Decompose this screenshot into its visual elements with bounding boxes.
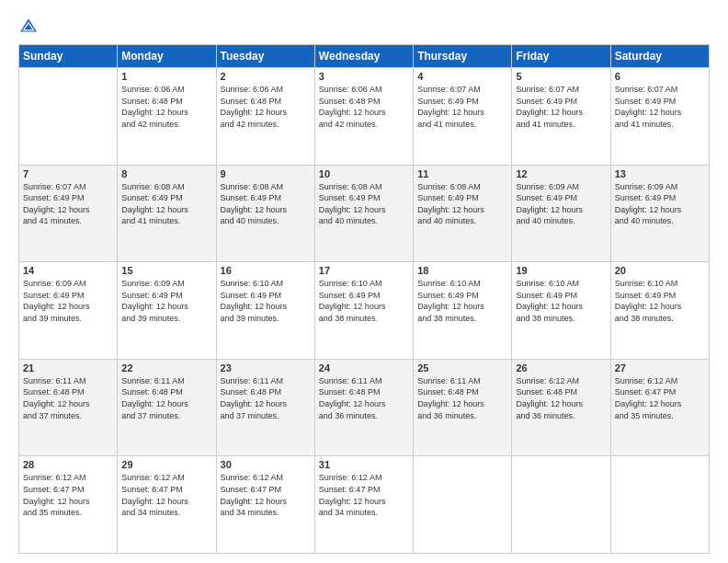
day-number: 29	[121, 459, 211, 470]
calendar-cell: 28Sunrise: 6:12 AM Sunset: 6:47 PM Dayli…	[19, 456, 118, 554]
logo-icon	[18, 17, 39, 37]
calendar-cell: 6Sunrise: 6:07 AM Sunset: 6:49 PM Daylig…	[610, 68, 709, 166]
calendar-cell: 23Sunrise: 6:11 AM Sunset: 6:48 PM Dayli…	[216, 359, 314, 456]
weekday-header-saturday: Saturday	[610, 45, 709, 68]
day-info: Sunrise: 6:11 AM Sunset: 6:48 PM Dayligh…	[221, 375, 311, 421]
week-row-3: 14Sunrise: 6:09 AM Sunset: 6:49 PM Dayli…	[19, 262, 710, 360]
header	[18, 17, 710, 37]
day-number: 4	[417, 71, 507, 82]
day-number: 28	[23, 459, 113, 470]
day-info: Sunrise: 6:10 AM Sunset: 6:49 PM Dayligh…	[615, 278, 705, 324]
calendar-cell: 24Sunrise: 6:11 AM Sunset: 6:48 PM Dayli…	[314, 359, 413, 456]
day-number: 1	[121, 71, 211, 82]
day-info: Sunrise: 6:12 AM Sunset: 6:48 PM Dayligh…	[516, 375, 606, 421]
weekday-header-thursday: Thursday	[414, 45, 512, 68]
calendar-cell: 26Sunrise: 6:12 AM Sunset: 6:48 PM Dayli…	[512, 359, 610, 456]
weekday-header-tuesday: Tuesday	[216, 45, 314, 68]
day-number: 8	[121, 168, 211, 179]
calendar-cell: 29Sunrise: 6:12 AM Sunset: 6:47 PM Dayli…	[118, 456, 216, 554]
calendar-cell: 3Sunrise: 6:06 AM Sunset: 6:48 PM Daylig…	[314, 68, 413, 166]
day-info: Sunrise: 6:12 AM Sunset: 6:47 PM Dayligh…	[319, 472, 409, 518]
day-info: Sunrise: 6:10 AM Sunset: 6:49 PM Dayligh…	[516, 278, 606, 324]
day-number: 13	[615, 168, 705, 179]
calendar-cell	[610, 456, 709, 554]
day-info: Sunrise: 6:09 AM Sunset: 6:49 PM Dayligh…	[516, 181, 606, 227]
weekday-header-sunday: Sunday	[19, 45, 118, 68]
calendar-cell: 25Sunrise: 6:11 AM Sunset: 6:48 PM Dayli…	[414, 359, 512, 456]
day-info: Sunrise: 6:08 AM Sunset: 6:49 PM Dayligh…	[319, 181, 409, 227]
day-number: 30	[221, 459, 311, 470]
week-row-1: 1Sunrise: 6:06 AM Sunset: 6:48 PM Daylig…	[19, 68, 710, 166]
day-info: Sunrise: 6:11 AM Sunset: 6:48 PM Dayligh…	[23, 375, 113, 421]
day-info: Sunrise: 6:09 AM Sunset: 6:49 PM Dayligh…	[615, 181, 705, 227]
page: SundayMondayTuesdayWednesdayThursdayFrid…	[0, 0, 728, 563]
day-number: 6	[615, 71, 705, 82]
week-row-4: 21Sunrise: 6:11 AM Sunset: 6:48 PM Dayli…	[19, 359, 710, 456]
day-number: 20	[615, 265, 705, 276]
day-info: Sunrise: 6:07 AM Sunset: 6:49 PM Dayligh…	[23, 181, 113, 227]
day-number: 21	[23, 362, 113, 373]
day-info: Sunrise: 6:09 AM Sunset: 6:49 PM Dayligh…	[121, 278, 211, 324]
day-number: 9	[221, 168, 311, 179]
weekday-header-monday: Monday	[118, 45, 216, 68]
day-info: Sunrise: 6:06 AM Sunset: 6:48 PM Dayligh…	[121, 84, 211, 130]
day-number: 3	[319, 71, 409, 82]
calendar-cell: 4Sunrise: 6:07 AM Sunset: 6:49 PM Daylig…	[414, 68, 512, 166]
day-number: 24	[319, 362, 409, 373]
calendar-cell: 5Sunrise: 6:07 AM Sunset: 6:49 PM Daylig…	[512, 68, 610, 166]
day-info: Sunrise: 6:11 AM Sunset: 6:48 PM Dayligh…	[121, 375, 211, 421]
day-info: Sunrise: 6:10 AM Sunset: 6:49 PM Dayligh…	[221, 278, 311, 324]
day-info: Sunrise: 6:08 AM Sunset: 6:49 PM Dayligh…	[221, 181, 311, 227]
day-number: 11	[417, 168, 507, 179]
day-info: Sunrise: 6:12 AM Sunset: 6:47 PM Dayligh…	[121, 472, 211, 518]
week-row-2: 7Sunrise: 6:07 AM Sunset: 6:49 PM Daylig…	[19, 165, 710, 262]
day-info: Sunrise: 6:11 AM Sunset: 6:48 PM Dayligh…	[319, 375, 409, 421]
logo	[18, 17, 42, 37]
day-info: Sunrise: 6:08 AM Sunset: 6:49 PM Dayligh…	[121, 181, 211, 227]
day-info: Sunrise: 6:07 AM Sunset: 6:49 PM Dayligh…	[615, 84, 705, 130]
day-number: 5	[516, 71, 606, 82]
day-number: 10	[319, 168, 409, 179]
day-info: Sunrise: 6:11 AM Sunset: 6:48 PM Dayligh…	[417, 375, 507, 421]
day-number: 27	[615, 362, 705, 373]
day-number: 26	[516, 362, 606, 373]
week-row-5: 28Sunrise: 6:12 AM Sunset: 6:47 PM Dayli…	[19, 456, 710, 554]
calendar-cell: 17Sunrise: 6:10 AM Sunset: 6:49 PM Dayli…	[314, 262, 413, 360]
day-info: Sunrise: 6:06 AM Sunset: 6:48 PM Dayligh…	[319, 84, 409, 130]
calendar-cell: 10Sunrise: 6:08 AM Sunset: 6:49 PM Dayli…	[314, 165, 413, 262]
day-number: 16	[221, 265, 311, 276]
calendar-cell: 12Sunrise: 6:09 AM Sunset: 6:49 PM Dayli…	[512, 165, 610, 262]
day-info: Sunrise: 6:12 AM Sunset: 6:47 PM Dayligh…	[615, 375, 705, 421]
day-number: 17	[319, 265, 409, 276]
calendar-cell	[414, 456, 512, 554]
calendar-cell	[512, 456, 610, 554]
calendar-table: SundayMondayTuesdayWednesdayThursdayFrid…	[18, 44, 710, 554]
weekday-header-wednesday: Wednesday	[314, 45, 413, 68]
day-number: 23	[221, 362, 311, 373]
day-number: 19	[516, 265, 606, 276]
calendar-cell	[19, 68, 118, 166]
day-info: Sunrise: 6:10 AM Sunset: 6:49 PM Dayligh…	[417, 278, 507, 324]
calendar-cell: 27Sunrise: 6:12 AM Sunset: 6:47 PM Dayli…	[610, 359, 709, 456]
day-number: 31	[319, 459, 409, 470]
day-info: Sunrise: 6:06 AM Sunset: 6:48 PM Dayligh…	[221, 84, 311, 130]
day-number: 15	[121, 265, 211, 276]
day-number: 22	[121, 362, 211, 373]
calendar-cell: 20Sunrise: 6:10 AM Sunset: 6:49 PM Dayli…	[610, 262, 709, 360]
calendar-cell: 31Sunrise: 6:12 AM Sunset: 6:47 PM Dayli…	[314, 456, 413, 554]
day-number: 7	[23, 168, 113, 179]
day-number: 18	[417, 265, 507, 276]
calendar-cell: 9Sunrise: 6:08 AM Sunset: 6:49 PM Daylig…	[216, 165, 314, 262]
calendar-cell: 13Sunrise: 6:09 AM Sunset: 6:49 PM Dayli…	[610, 165, 709, 262]
calendar-cell: 7Sunrise: 6:07 AM Sunset: 6:49 PM Daylig…	[19, 165, 118, 262]
calendar-cell: 14Sunrise: 6:09 AM Sunset: 6:49 PM Dayli…	[19, 262, 118, 360]
calendar-cell: 8Sunrise: 6:08 AM Sunset: 6:49 PM Daylig…	[118, 165, 216, 262]
day-info: Sunrise: 6:12 AM Sunset: 6:47 PM Dayligh…	[221, 472, 311, 518]
calendar-cell: 18Sunrise: 6:10 AM Sunset: 6:49 PM Dayli…	[414, 262, 512, 360]
day-number: 25	[417, 362, 507, 373]
calendar-cell: 22Sunrise: 6:11 AM Sunset: 6:48 PM Dayli…	[118, 359, 216, 456]
day-info: Sunrise: 6:07 AM Sunset: 6:49 PM Dayligh…	[417, 84, 507, 130]
day-info: Sunrise: 6:07 AM Sunset: 6:49 PM Dayligh…	[516, 84, 606, 130]
day-number: 14	[23, 265, 113, 276]
calendar-cell: 15Sunrise: 6:09 AM Sunset: 6:49 PM Dayli…	[118, 262, 216, 360]
